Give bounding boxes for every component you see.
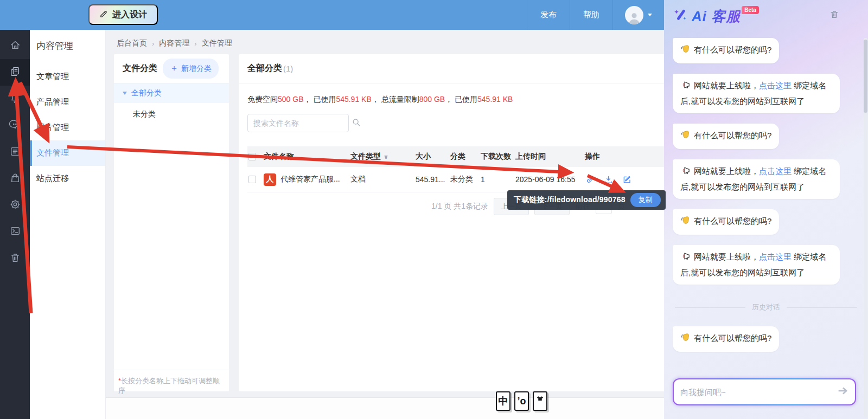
- chat-bubble-announcement: 网站就要上线啦，点击这里 绑定域名后,就可以发布您的网站到互联网了: [673, 159, 840, 199]
- select-all-checkbox[interactable]: [248, 153, 256, 160]
- beta-badge: Beta: [742, 6, 759, 14]
- rail-item-mall[interactable]: [0, 165, 30, 192]
- tree-expand-icon[interactable]: [123, 92, 127, 95]
- waving-hand-icon: [680, 130, 691, 144]
- column-type-sort[interactable]: 文件类型∨: [350, 152, 416, 162]
- bind-domain-link[interactable]: 点击这里: [759, 81, 792, 90]
- bind-domain-link[interactable]: 点击这里: [759, 252, 792, 261]
- waving-hand-icon: [680, 332, 691, 347]
- enter-design-label: 进入设计: [112, 9, 147, 21]
- clear-chat-icon[interactable]: [829, 9, 840, 22]
- ai-input: [673, 378, 856, 405]
- waving-hand-icon: [680, 44, 691, 59]
- ime-toolbar: 中 ’o: [496, 391, 547, 411]
- ime-skin-button[interactable]: [533, 391, 547, 411]
- row-checkbox[interactable]: [248, 176, 256, 183]
- megaphone-icon: [680, 80, 691, 94]
- pagination-summary: 1/1 页 共1条记录: [431, 202, 488, 211]
- breadcrumb-home[interactable]: 后台首页: [117, 38, 147, 48]
- avatar: [625, 6, 643, 24]
- bind-domain-link[interactable]: 点击这里: [759, 166, 792, 176]
- file-panel-title: 全部分类: [247, 63, 282, 74]
- file-search: [247, 114, 349, 132]
- shirt-icon: [535, 395, 545, 407]
- list-icon: [9, 145, 21, 159]
- chat-bubble-greeting: 有什么可以帮您的吗?: [673, 38, 779, 63]
- publish-button[interactable]: 发布: [527, 0, 570, 30]
- rail-item-message[interactable]: [0, 112, 30, 139]
- app-rail: [0, 30, 30, 419]
- rail-item-settings[interactable]: [0, 192, 30, 218]
- trash-icon: [9, 252, 21, 266]
- chat-bubble-greeting: 有什么可以帮您的吗?: [673, 124, 779, 149]
- footer-strip: [106, 397, 664, 419]
- tree-node-all-categories[interactable]: 全部分类: [114, 83, 229, 103]
- rail-item-terminal[interactable]: [0, 218, 30, 245]
- breadcrumb-content[interactable]: 内容管理: [159, 38, 189, 48]
- history-divider: 历史对话: [675, 302, 857, 312]
- help-button[interactable]: 帮助: [570, 0, 612, 30]
- chevron-down-icon: [648, 14, 652, 16]
- download-link-tooltip: 下载链接:/filedownload/990768 复制: [507, 190, 666, 210]
- edit-icon[interactable]: [622, 175, 632, 185]
- breadcrumb: 后台首页 › 内容管理 › 文件管理: [106, 30, 664, 48]
- sidebar-item-articles[interactable]: 文章管理: [30, 64, 105, 89]
- tree-node-uncategorized[interactable]: 未分类: [114, 103, 229, 126]
- download-link-text: 下载链接:/filedownload/990768: [514, 195, 626, 205]
- category-panel-title: 文件分类: [123, 63, 157, 74]
- pdf-file-icon: 人: [264, 173, 276, 186]
- waving-hand-icon: [680, 215, 691, 230]
- ai-assistant-panel: Ai 客服 Beta 有什么可以帮您的吗? 网站就要上线啦，点击这里 绑定域名后…: [664, 0, 868, 419]
- download-icon[interactable]: [603, 175, 614, 185]
- file-count: (1): [283, 64, 293, 73]
- rail-item-content[interactable]: [0, 59, 30, 86]
- copy-link-icon[interactable]: [585, 175, 595, 185]
- chat-bubble-announcement: 网站就要上线啦，点击这里 绑定域名后,就可以发布您的网站到互联网了: [673, 245, 840, 285]
- ai-scrollbar-thumb[interactable]: [864, 40, 867, 113]
- ai-logo: Ai 客服: [692, 7, 741, 26]
- rail-item-forms[interactable]: [0, 139, 30, 165]
- rail-item-home[interactable]: [0, 33, 30, 59]
- category-footer-note: *长按分类名称上下拖动可调整顺序: [114, 370, 229, 391]
- search-icon[interactable]: [352, 118, 361, 129]
- ai-question-input[interactable]: [680, 388, 837, 397]
- plus-icon: ＋: [170, 63, 178, 74]
- file-search-input[interactable]: [253, 119, 352, 127]
- sidebar-item-products[interactable]: 产品管理: [30, 89, 105, 115]
- ime-language-toggle[interactable]: 中: [496, 391, 510, 411]
- chat-bubble-greeting: 有什么可以帮您的吗?: [673, 326, 779, 352]
- gear-icon: [9, 198, 21, 212]
- home-icon: [9, 39, 21, 53]
- top-header: 进入设计 发布 帮助: [0, 0, 664, 30]
- sidebar-title: 内容管理: [30, 30, 105, 60]
- chat-messages: 有什么可以帮您的吗? 网站就要上线啦，点击这里 绑定域名后,就可以发布您的网站到…: [664, 26, 868, 362]
- breadcrumb-files: 文件管理: [202, 38, 232, 48]
- chevron-down-icon: ∨: [384, 153, 388, 160]
- copy-button[interactable]: 复制: [630, 193, 661, 207]
- megaphone-icon: [680, 165, 691, 180]
- pages-icon: [9, 66, 21, 80]
- main-area: 后台首页 › 内容管理 › 文件管理 文件分类 ＋ 新增分类 全部分类 未分类 …: [106, 30, 664, 419]
- shopping-bag-icon: [9, 172, 21, 186]
- rail-item-design[interactable]: [0, 86, 30, 112]
- megaphone-icon: [680, 251, 691, 266]
- enter-design-button[interactable]: 进入设计: [88, 4, 158, 25]
- sidebar-item-images[interactable]: 图片管理: [30, 115, 105, 140]
- sidebar-item-migration[interactable]: 站点迁移: [30, 166, 105, 191]
- rail-item-recycle[interactable]: [0, 245, 30, 272]
- chat-bubble-greeting: 有什么可以帮您的吗?: [673, 209, 779, 235]
- chat-bubble-announcement: 网站就要上线啦，点击这里 绑定域名后,就可以发布您的网站到互联网了: [673, 74, 840, 113]
- content-sidebar: 内容管理 文章管理 产品管理 图片管理 文件管理 站点迁移: [30, 30, 106, 419]
- add-category-button[interactable]: ＋ 新增分类: [163, 59, 219, 79]
- category-panel: 文件分类 ＋ 新增分类 全部分类 未分类 *长按分类名称上下拖动可调整顺序: [114, 54, 229, 391]
- chat-bubble-icon: [9, 119, 21, 133]
- magic-wand-icon: [673, 7, 689, 25]
- ime-punctuation-toggle[interactable]: ’o: [514, 391, 529, 411]
- file-name[interactable]: 代维管家产品服...: [280, 175, 340, 184]
- account-menu[interactable]: [612, 0, 664, 30]
- bell-icon: [9, 92, 21, 106]
- sidebar-item-files[interactable]: 文件管理: [30, 140, 105, 166]
- terminal-icon: [9, 225, 21, 239]
- send-icon[interactable]: [837, 385, 848, 399]
- pencil-icon: [99, 9, 108, 21]
